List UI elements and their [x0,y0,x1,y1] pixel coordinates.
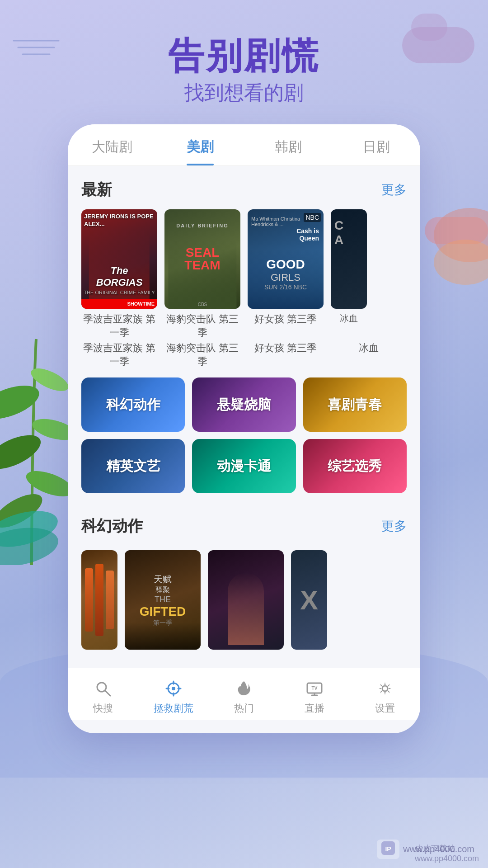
show-gifted[interactable]: 天赋 驿聚 THE GIFTED 第一季 [125,550,201,650]
nav-hot-label: 热门 [234,702,254,715]
settings-icon [374,677,396,700]
genre-anime-label: 动漫卡通 [217,457,271,476]
scifi-section: 科幻动作 更多 [68,502,420,550]
nav-rescue[interactable]: 拯救剧荒 [138,677,209,715]
live-icon: TV [303,677,326,700]
svg-text:IP: IP [385,845,391,853]
show-borgias[interactable]: JEREMY IRONS IS POPE ALEX... TheBORGIAS … [81,209,157,340]
genre-comedy[interactable]: 喜剧青春 [303,377,407,432]
borgias-show-title: 季波吉亚家族 第一季 [81,312,157,340]
genre-variety[interactable]: 综艺选秀 [303,439,407,493]
genre-scifi-label: 科幻动作 [106,396,160,414]
header-subtitle: 找到想看的剧 [0,80,488,106]
tab-japanese[interactable]: 日剧 [332,138,420,165]
cold-show-title: 冰血 [331,312,367,325]
nav-settings[interactable]: 设置 [350,677,420,715]
goodgirls-label: 好女孩 第三季 [248,341,324,368]
latest-title: 最新 [81,179,112,200]
rescue-icon [162,677,185,700]
goodgirls-text: GOOD GIRLS SUN 2/16 NBC [248,257,324,291]
genre-comedy-label: 喜剧青春 [328,396,382,414]
svg-point-5 [0,428,46,476]
latest-more-button[interactable]: 更多 [381,181,407,198]
svg-text:TV: TV [312,686,318,691]
header-title: 告别剧慌 [0,36,488,76]
bottom-nav: 快搜 拯救剧荒 热门 [68,668,420,720]
nav-settings-label: 设置 [375,702,395,715]
borgias-label: 季波吉亚家族 第一季 [81,341,157,368]
genre-grid: 科幻动作 悬疑烧脑 喜剧青春 精英文艺 动漫卡通 综艺选秀 [68,373,420,502]
goodgirls-show-title: 好女孩 第三季 [248,312,324,326]
cold-label: 冰血 [331,341,407,368]
show-goodgirls[interactable]: NBC Ma Whitman Christina Hendricks & ...… [248,209,324,340]
genre-anime[interactable]: 动漫卡通 [192,439,296,493]
tab-us[interactable]: 美剧 [156,138,244,165]
svg-point-7 [0,379,43,426]
footer-site: 皮皮下载站www.pp4000.com [415,843,479,863]
show-sealteam[interactable]: DAILY BRIEFING SEAL TEAM CBS 海豹突击队 第三季 [164,209,240,340]
show-woman[interactable] [208,550,284,650]
hot-icon [233,677,255,700]
nav-search[interactable]: 快搜 [68,677,138,715]
scifi-section-header: 科幻动作 更多 [81,516,407,537]
svg-point-16 [172,687,175,690]
genre-scifi-action[interactable]: 科幻动作 [81,377,185,432]
scifi-more-button[interactable]: 更多 [381,518,407,535]
tab-korean[interactable]: 韩剧 [244,138,332,165]
search-icon [92,677,114,700]
nav-live[interactable]: TV 直播 [279,677,350,715]
nav-hot[interactable]: 热门 [209,677,279,715]
latest-section: 最新 更多 JEREMY IRONS IS POPE ALEX... TheBO… [68,166,420,373]
latest-shows-scroll: JEREMY IRONS IS POPE ALEX... TheBORGIAS … [81,209,407,340]
sealteam-logo: SEAL TEAM [184,246,220,272]
show-partial[interactable]: X [291,550,327,650]
genre-elite[interactable]: 精英文艺 [81,439,185,493]
sealteam-label: 海豹突击队 第三季 [164,341,240,368]
gifted-poster-text: 天赋 驿聚 THE GIFTED 第一季 [140,573,186,627]
scifi-shows-scroll: 天赋 驿聚 THE GIFTED 第一季 [68,550,420,659]
nav-search-label: 快搜 [93,702,113,715]
borgias-top-label: JEREMY IRONS IS POPE ALEX... [84,213,157,228]
svg-point-26 [382,686,388,691]
genre-elite-label: 精英文艺 [106,457,160,476]
watermark-badge: IP [377,840,399,859]
phone-mockup: 大陆剧 美剧 韩剧 日剧 最新 更多 JEREMY IRONS IS POPE … [68,124,420,733]
sealteam-show-title: 海豹突击队 第三季 [164,312,240,340]
tab-mainland[interactable]: 大陆剧 [68,138,156,165]
show-cold[interactable]: CA 冰血 [331,209,367,340]
nav-live-label: 直播 [305,702,324,715]
latest-section-header: 最新 更多 [81,179,407,200]
genre-variety-label: 综艺选秀 [328,457,382,476]
blob-decoration-right [425,199,488,289]
scifi-title: 科幻动作 [81,516,143,537]
nav-rescue-label: 拯救剧荒 [154,702,193,715]
borgias-title: TheBORGIAS [81,265,157,288]
show-dark1[interactable] [81,550,117,650]
header-section: 告别剧慌 找到想看的剧 [0,0,488,124]
svg-line-14 [105,690,110,696]
borgias-subtitle: THE ORIGINAL CRIME FAMILY [81,290,157,295]
genre-mystery[interactable]: 悬疑烧脑 [192,377,296,432]
tabs-bar: 大陆剧 美剧 韩剧 日剧 [68,124,420,166]
genre-mystery-label: 悬疑烧脑 [217,396,271,414]
